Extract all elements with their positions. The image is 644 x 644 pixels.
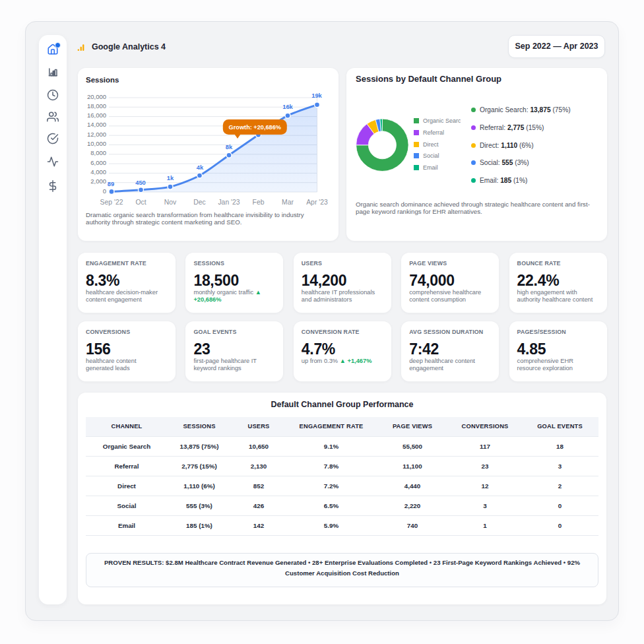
- svg-text:10,000: 10,000: [87, 140, 106, 147]
- svg-text:Jan '23: Jan '23: [218, 199, 240, 206]
- svg-text:Sep '22: Sep '22: [100, 199, 123, 206]
- svg-text:12,000: 12,000: [87, 131, 106, 138]
- svg-text:Mar: Mar: [282, 199, 294, 206]
- svg-text:0: 0: [103, 187, 106, 195]
- svg-text:19k: 19k: [311, 92, 322, 99]
- svg-text:8k: 8k: [226, 143, 233, 150]
- svg-text:Oct: Oct: [135, 199, 146, 206]
- svg-text:6,000: 6,000: [90, 159, 106, 166]
- svg-text:Dec: Dec: [193, 199, 205, 206]
- svg-text:4,000: 4,000: [90, 168, 106, 176]
- svg-text:16k: 16k: [282, 103, 293, 110]
- svg-text:1k: 1k: [167, 174, 174, 181]
- svg-text:14,000: 14,000: [87, 121, 106, 128]
- svg-text:Nov: Nov: [164, 199, 177, 206]
- svg-text:16,000: 16,000: [87, 112, 106, 119]
- svg-text:8,000: 8,000: [90, 149, 106, 156]
- svg-text:2,000: 2,000: [90, 177, 106, 185]
- svg-text:20,000: 20,000: [87, 93, 106, 100]
- svg-text:Feb: Feb: [253, 199, 265, 206]
- svg-text:89: 89: [108, 180, 114, 187]
- svg-text:18,000: 18,000: [87, 102, 106, 110]
- svg-text:4k: 4k: [197, 164, 204, 171]
- svg-text:450: 450: [135, 179, 146, 186]
- svg-text:Apr '23: Apr '23: [306, 199, 328, 206]
- svg-text:Growth: +20,686%: Growth: +20,686%: [229, 124, 281, 131]
